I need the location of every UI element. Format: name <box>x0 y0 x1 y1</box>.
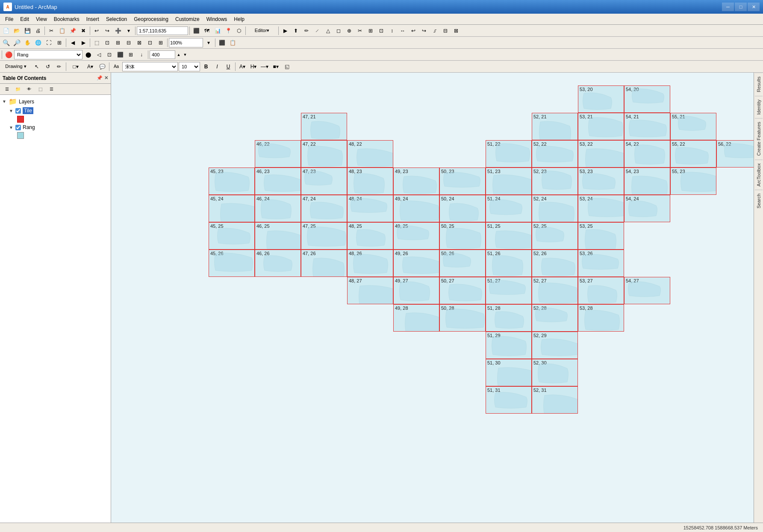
toc-pin-button[interactable]: 📌 <box>97 75 103 81</box>
font-style-btn[interactable]: Aa <box>111 62 121 72</box>
tile-t_49_24[interactable]: 49, 24 <box>393 195 439 222</box>
italic-button[interactable]: I <box>212 62 222 72</box>
tile-t_50_25[interactable]: 50, 25 <box>439 222 486 250</box>
tile-t_45_23[interactable]: 45, 23 <box>209 168 255 195</box>
cut-button[interactable]: ✂ <box>46 26 56 36</box>
menu-edit[interactable]: Edit <box>17 15 32 24</box>
tile-t_51_31[interactable]: 51, 31 <box>486 386 532 414</box>
edit-tool11[interactable]: ↕ <box>387 26 397 36</box>
tile-t_45_25[interactable]: 45, 25 <box>209 222 255 250</box>
rang-dropdown[interactable]: Rang <box>14 50 82 59</box>
zoom-out-button[interactable]: 🔎 <box>12 38 22 48</box>
tile-t_47_22[interactable]: 47, 22 <box>301 140 347 168</box>
font-color-btn[interactable]: A▾ <box>237 62 247 72</box>
menu-selection[interactable]: Selection <box>103 15 130 24</box>
tile-t_48_27[interactable]: 48, 27 <box>347 277 393 304</box>
nav-tool6[interactable]: ⊞ <box>156 38 166 48</box>
tile-t_47_24[interactable]: 47, 24 <box>301 195 347 222</box>
nav-tool4[interactable]: ⊠ <box>134 38 144 48</box>
create-features-tab[interactable]: Create Features <box>755 118 763 159</box>
nav-tool5[interactable]: ⊡ <box>145 38 155 48</box>
new-button[interactable]: 📄 <box>1 26 11 36</box>
edit-tool17[interactable]: ⊠ <box>451 26 461 36</box>
shadow-btn[interactable]: ◱ <box>282 62 292 72</box>
underline-button[interactable]: U <box>223 62 233 72</box>
layers-expand-icon[interactable]: ▼ <box>2 99 7 104</box>
tile-t_54_21[interactable]: 54, 21 <box>624 113 670 140</box>
zoom-percent-dropdown[interactable]: ▾ <box>203 38 214 48</box>
tile-t_55_21[interactable]: 55, 21 <box>670 113 716 140</box>
rang-tool4[interactable]: ⊞ <box>126 50 136 60</box>
bold-button[interactable]: B <box>201 62 211 72</box>
edit-tool1[interactable]: ▶ <box>280 26 290 36</box>
map-canvas[interactable]: 53, 2054, 2047, 2152, 2153, 2154, 2155, … <box>111 73 754 523</box>
fixed-zoom-in-button[interactable]: ⊞ <box>54 38 65 48</box>
tile-t_52_29[interactable]: 52, 29 <box>532 332 578 359</box>
layers-header-row[interactable]: ▼ 📁 Layers <box>2 97 109 106</box>
toc-visibility-view[interactable]: 👁 <box>24 84 34 94</box>
tile-t_50_26[interactable]: 50, 26 <box>439 250 486 277</box>
tile-expand-icon[interactable]: ▼ <box>9 109 14 113</box>
add-data-button[interactable]: ➕ <box>113 26 123 36</box>
edit-tool15[interactable]: ⎎ <box>430 26 440 36</box>
draw-callout-btn[interactable]: 💬 <box>97 62 107 72</box>
nav-tool7[interactable]: ⬛ <box>217 38 227 48</box>
tile-t_52_23[interactable]: 52, 23 <box>532 168 578 195</box>
tile-t_53_25[interactable]: 53, 25 <box>578 222 624 250</box>
tile-t_53_26[interactable]: 53, 26 <box>578 250 624 277</box>
tile-t_52_26[interactable]: 52, 26 <box>532 250 578 277</box>
tile-t_50_23[interactable]: 50, 23 <box>439 168 486 195</box>
tile-t_46_24[interactable]: 46, 24 <box>255 195 301 222</box>
select-features-button[interactable]: ⬛ <box>191 26 201 36</box>
tile-t_53_24[interactable]: 53, 24 <box>578 195 624 222</box>
rang-tool2[interactable]: ⊡ <box>104 50 115 60</box>
menu-customize[interactable]: Customize <box>172 15 203 24</box>
rotate-tool[interactable]: ↺ <box>43 62 53 72</box>
size-input[interactable] <box>150 50 175 59</box>
tile-t_52_28[interactable]: 52, 28 <box>532 304 578 332</box>
forward-button[interactable]: ▶ <box>78 38 88 48</box>
edit-tool4[interactable]: ⟋ <box>312 26 322 36</box>
paste-button[interactable]: 📌 <box>68 26 78 36</box>
zoom-in-button[interactable]: 🔍 <box>1 38 11 48</box>
back-button[interactable]: ◀ <box>68 38 78 48</box>
font-name-select[interactable]: 宋体 <box>122 62 178 71</box>
tile-t_49_25[interactable]: 49, 25 <box>393 222 439 250</box>
identity-tab[interactable]: Identity <box>755 96 763 118</box>
rang-icon[interactable]: 🔴 <box>3 50 14 60</box>
tile-t_55_23[interactable]: 55, 23 <box>670 168 716 195</box>
line-color-btn[interactable]: —▾ <box>259 62 270 72</box>
edit-tool5[interactable]: △ <box>323 26 333 36</box>
tile-t_49_23[interactable]: 49, 23 <box>393 168 439 195</box>
map-tool3[interactable]: 📍 <box>223 26 233 36</box>
tile-t_48_26[interactable]: 48, 26 <box>347 250 393 277</box>
tile-t_52_31[interactable]: 52, 31 <box>532 386 578 414</box>
rang-layer-row[interactable]: ▼ Rang <box>9 123 109 131</box>
rang-tool5[interactable]: ↓ <box>136 50 147 60</box>
edit-vertices-tool[interactable]: ✏ <box>54 62 64 72</box>
tile-t_51_28[interactable]: 51, 28 <box>486 304 532 332</box>
edit-tool7[interactable]: ⊕ <box>344 26 354 36</box>
results-tab[interactable]: Results <box>755 73 763 96</box>
map-tool4[interactable]: ⬡ <box>234 26 244 36</box>
close-button[interactable]: ✕ <box>748 3 760 11</box>
tile-t_54_20[interactable]: 54, 20 <box>624 85 670 113</box>
maximize-button[interactable]: □ <box>735 3 747 11</box>
edit-tool6[interactable]: ◻ <box>333 26 344 36</box>
tile-t_50_27[interactable]: 50, 27 <box>439 277 486 304</box>
tile-t_48_23[interactable]: 48, 23 <box>347 168 393 195</box>
dropdown-arrow-button[interactable]: ▾ <box>124 26 134 36</box>
menu-help[interactable]: Help <box>230 15 248 24</box>
editor-dropdown[interactable]: Editor▾ <box>247 26 277 36</box>
size-spinner-down[interactable]: ▼ <box>182 50 188 60</box>
tile-t_50_28[interactable]: 50, 28 <box>439 304 486 332</box>
font-size-select[interactable]: 10 <box>179 62 200 71</box>
edit-tool14[interactable]: ↪ <box>419 26 429 36</box>
save-button[interactable]: 💾 <box>22 26 32 36</box>
edit-tool16[interactable]: ⊟ <box>440 26 451 36</box>
nav-tool2[interactable]: ⊞ <box>113 38 123 48</box>
menu-insert[interactable]: Insert <box>83 15 103 24</box>
tile-t_46_26[interactable]: 46, 26 <box>255 250 301 277</box>
tile-t_47_21[interactable]: 47, 21 <box>301 113 347 140</box>
tile-t_53_20[interactable]: 53, 20 <box>578 85 624 113</box>
